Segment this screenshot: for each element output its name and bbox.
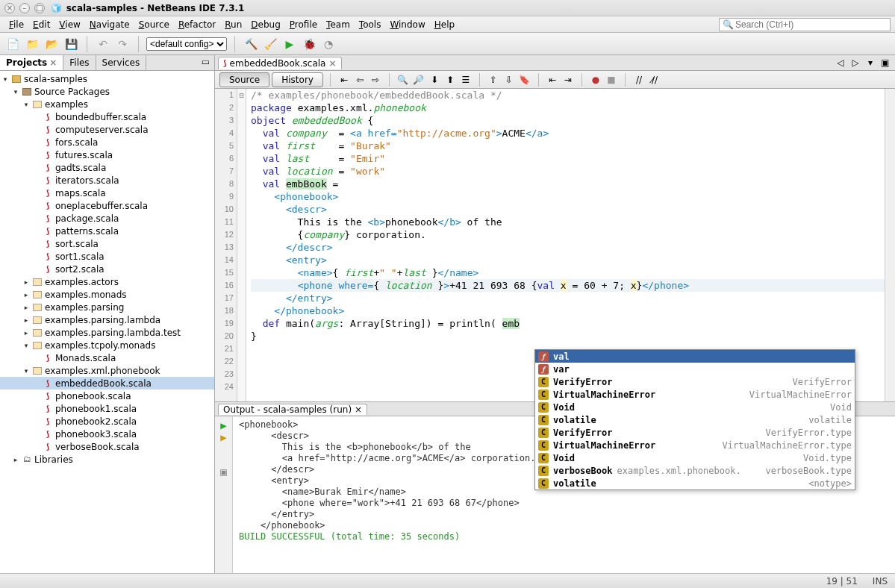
save-icon[interactable]: 💾 xyxy=(63,36,79,52)
tree-project-root[interactable]: ▾scala-samples xyxy=(0,72,214,85)
menu-edit[interactable]: Edit xyxy=(28,18,54,31)
new-file-icon[interactable]: 📄 xyxy=(4,36,21,52)
find-prev-icon[interactable]: ⬆ xyxy=(443,73,457,87)
build-icon[interactable]: 🔨 xyxy=(243,36,259,52)
toggle-highlight-icon[interactable]: ☰ xyxy=(459,73,473,87)
open-project-icon[interactable]: 📂 xyxy=(43,36,60,52)
tree-file[interactable]: ⟆gadts.scala xyxy=(0,161,214,174)
tree-file[interactable]: ⟆boundedbuffer.scala xyxy=(0,110,214,123)
tree-file[interactable]: ⟆verboseBook.scala xyxy=(0,440,214,453)
completion-item[interactable]: 𝑓var xyxy=(535,363,855,375)
menu-run[interactable]: Run xyxy=(220,18,246,31)
menu-refactor[interactable]: Refactor xyxy=(174,18,220,31)
clean-build-icon[interactable]: 🧹 xyxy=(262,36,278,52)
completion-item[interactable]: CVerifyErrorVerifyError xyxy=(535,375,855,388)
search-input[interactable] xyxy=(735,19,877,30)
next-bookmark-icon[interactable]: ⇩ xyxy=(502,73,516,87)
menu-profile[interactable]: Profile xyxy=(285,18,322,31)
tree-file[interactable]: ⟆oneplacebuffer.scala xyxy=(0,199,214,212)
nav-back-icon[interactable]: ◁ xyxy=(834,56,847,69)
tree-pkg[interactable]: ▾examples.xml.phonebook xyxy=(0,364,214,377)
tree-libraries[interactable]: ▸🗂Libraries xyxy=(0,453,214,466)
project-tree[interactable]: ▾scala-samples▾Source Packages▾examples⟆… xyxy=(0,71,214,573)
shift-right-icon[interactable]: ⇥ xyxy=(561,73,575,87)
debug-icon[interactable]: 🐞 xyxy=(301,36,317,52)
window-close-icon[interactable]: × xyxy=(4,3,15,13)
output-gutter[interactable]: ▶ ▶ ▣ xyxy=(215,416,233,573)
menu-file[interactable]: File xyxy=(4,18,28,31)
nav-fwd-icon[interactable]: ▷ xyxy=(849,56,862,69)
comment-icon[interactable]: // xyxy=(632,73,646,87)
tree-file[interactable]: ⟆patterns.scala xyxy=(0,225,214,237)
quick-search[interactable]: 🔍 xyxy=(719,18,891,31)
close-icon[interactable]: × xyxy=(355,404,362,415)
completion-item[interactable]: CVerifyErrorVerifyError.type xyxy=(535,426,855,439)
dropdown-list-icon[interactable]: ▾ xyxy=(864,56,877,69)
undo-icon[interactable]: ↶ xyxy=(95,36,111,52)
run-again-icon2[interactable]: ▶ xyxy=(215,431,232,443)
run-again-icon[interactable]: ▶ xyxy=(215,419,232,431)
tree-pkg-examples[interactable]: ▾examples xyxy=(0,98,214,110)
tree-pkg[interactable]: ▾examples.tcpoly.monads xyxy=(0,339,214,351)
window-controls[interactable]: × – □ xyxy=(4,2,46,13)
tree-file[interactable]: ⟆Monads.scala xyxy=(0,351,214,364)
menu-help[interactable]: Help xyxy=(430,18,459,31)
fold-column[interactable]: ⊟ xyxy=(237,89,246,401)
tree-file[interactable]: ⟆sort2.scala xyxy=(0,263,214,275)
output-text[interactable]: <phonebook> <descr> This is the <b>phone… xyxy=(233,416,541,573)
completion-item[interactable]: CVoidVoid xyxy=(535,401,855,413)
tab-services[interactable]: Services xyxy=(96,55,147,70)
shift-left-icon[interactable]: ⇤ xyxy=(546,73,559,87)
panel-minimize-icon[interactable]: ▭ xyxy=(197,55,214,70)
tree-file[interactable]: ⟆phonebook1.scala xyxy=(0,402,214,415)
find-sel-prev-icon[interactable]: 🔎 xyxy=(412,73,425,87)
tree-file[interactable]: ⟆sort1.scala xyxy=(0,250,214,263)
tree-file[interactable]: ⟆computeserver.scala xyxy=(0,123,214,136)
tree-pkg[interactable]: ▸examples.parsing.lambda.test xyxy=(0,326,214,339)
error-stripe[interactable] xyxy=(885,89,895,401)
window-minimize-icon[interactable]: – xyxy=(19,3,30,13)
completion-item[interactable]: Cvolatile<notype> xyxy=(535,477,855,490)
tree-file[interactable]: ⟆iterators.scala xyxy=(0,174,214,187)
run-icon[interactable]: ▶ xyxy=(281,36,298,52)
macro-rec-icon[interactable]: ● xyxy=(589,73,602,87)
menu-source[interactable]: Source xyxy=(134,18,174,31)
tree-file[interactable]: ⟆embeddedBook.scala xyxy=(0,377,214,390)
tree-file[interactable]: ⟆maps.scala xyxy=(0,187,214,199)
completion-item[interactable]: CVirtualMachineErrorVirtualMachineError.… xyxy=(535,439,855,451)
tree-file[interactable]: ⟆phonebook.scala xyxy=(0,390,214,402)
stop-build-icon[interactable]: ▣ xyxy=(215,466,232,478)
last-edit-icon[interactable]: ⇤ xyxy=(337,73,351,87)
view-source-button[interactable]: Source xyxy=(219,72,269,87)
toggle-bookmark-icon[interactable]: 🔖 xyxy=(518,73,531,87)
redo-icon[interactable]: ↷ xyxy=(114,36,131,52)
profile-icon[interactable]: ◔ xyxy=(320,36,337,52)
forward-icon[interactable]: ⇨ xyxy=(369,73,382,87)
tree-file[interactable]: ⟆sort.scala xyxy=(0,237,214,250)
tree-pkg[interactable]: ▸examples.actors xyxy=(0,275,214,288)
menu-navigate[interactable]: Navigate xyxy=(85,18,134,31)
new-project-icon[interactable]: 📁 xyxy=(24,36,40,52)
line-number-gutter[interactable]: 123456789101112131415161718192021222324 xyxy=(215,89,237,401)
editor-tab[interactable]: ⟆ embeddedBook.scala × xyxy=(218,57,342,69)
output-tab[interactable]: Output - scala-samples (run) × xyxy=(218,404,367,415)
code-completion-popup[interactable]: 𝑓val𝑓varCVerifyErrorVerifyErrorCVirtualM… xyxy=(534,349,855,490)
tree-pkg[interactable]: ▸examples.monads xyxy=(0,288,214,301)
completion-item[interactable]: CverboseBook examples.xml.phonebook.verb… xyxy=(535,464,855,477)
maximize-editor-icon[interactable]: ▣ xyxy=(879,56,892,69)
menu-team[interactable]: Team xyxy=(322,18,355,31)
uncomment-icon[interactable]: /̷/ xyxy=(648,73,661,87)
completion-item[interactable]: CVirtualMachineErrorVirtualMachineError xyxy=(535,388,855,401)
tree-pkg[interactable]: ▸examples.parsing xyxy=(0,301,214,313)
prev-bookmark-icon[interactable]: ⇧ xyxy=(487,73,500,87)
menu-tools[interactable]: Tools xyxy=(355,18,386,31)
tree-file[interactable]: ⟆futures.scala xyxy=(0,148,214,161)
tree-pkg[interactable]: ▸examples.parsing.lambda xyxy=(0,313,214,326)
tab-files[interactable]: Files xyxy=(63,55,96,70)
completion-item[interactable]: 𝑓val xyxy=(535,350,855,363)
tree-file[interactable]: ⟆package.scala xyxy=(0,212,214,225)
tab-projects[interactable]: Projects× xyxy=(0,55,63,70)
window-maximize-icon[interactable]: □ xyxy=(34,3,45,13)
run-config-dropdown[interactable]: <default config> xyxy=(146,37,227,51)
find-next-icon[interactable]: ⬇ xyxy=(428,73,441,87)
